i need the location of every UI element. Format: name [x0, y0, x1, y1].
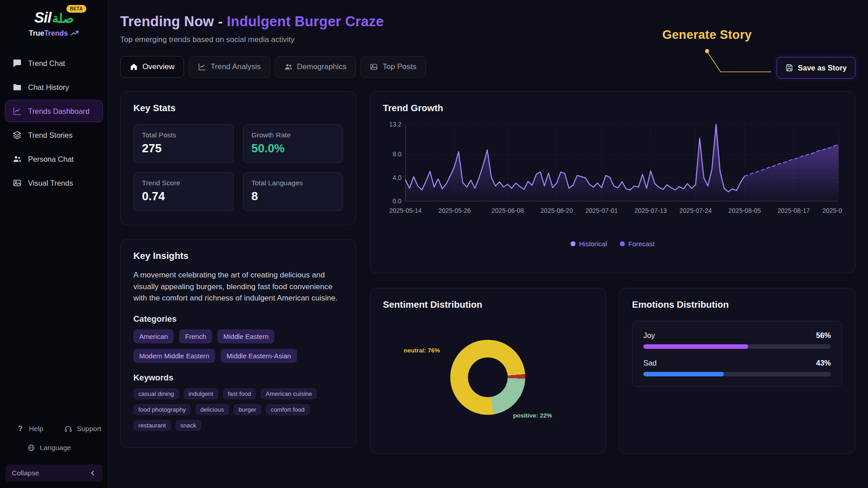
emotion-bar-fill [643, 372, 724, 376]
keyword-pill: delicious [195, 404, 229, 415]
page-title: Trending Now -Indulgent Burger Craze [120, 14, 855, 30]
trend-growth-title: Trend Growth [383, 103, 842, 113]
sidebar-item-visual-trends[interactable]: Visual Trends [5, 172, 103, 194]
folder-icon [13, 83, 22, 92]
sidebar-item-label: Trends Dashboard [28, 107, 90, 116]
emotions-title: Emotions Distribution [632, 299, 842, 310]
image-icon [13, 178, 22, 188]
brand-name: TrueTrends [7, 29, 101, 38]
legend-dot [620, 241, 625, 246]
emotion-bar-fill [643, 344, 748, 349]
stat-value: 275 [142, 141, 225, 155]
svg-text:2025-07-24: 2025-07-24 [679, 207, 712, 214]
sidebar-item-label: Persona Chat [28, 155, 74, 164]
emotion-value: 56% [816, 331, 831, 340]
help-button[interactable]: ? Help [16, 425, 43, 433]
page-title-prefix: Trending Now - [120, 14, 223, 29]
svg-text:2025-08-05: 2025-08-05 [728, 207, 761, 214]
emotions-distribution-card: Emotions Distribution Joy 56% [619, 288, 855, 454]
svg-text:2025-08-17: 2025-08-17 [778, 207, 810, 214]
logo-text: Sil [34, 9, 51, 26]
keyword-pill: American cuisine [260, 388, 317, 399]
tab-label: Top Posts [382, 62, 416, 71]
sidebar-item-label: Trend Chat [28, 59, 65, 68]
collapse-sidebar-button[interactable]: Collapse [5, 465, 103, 482]
svg-text:4.0: 4.0 [393, 174, 402, 181]
keyword-pill: casual dining [133, 388, 179, 399]
key-stats-title: Key Stats [133, 103, 343, 113]
svg-text:8.0: 8.0 [393, 150, 402, 158]
keyword-pill: burger [234, 404, 261, 415]
svg-text:2025-06-08: 2025-06-08 [491, 207, 524, 214]
sidebar-item-persona-chat[interactable]: Persona Chat [5, 148, 103, 170]
users-icon [284, 63, 292, 71]
logo: Silصلة BETA [28, 9, 80, 26]
sidebar-item-trend-stories[interactable]: Trend Stories [5, 124, 103, 146]
keyword-pill: food photography [133, 404, 191, 415]
sidebar-nav: Trend Chat Chat History Trends Dashboard… [0, 52, 108, 194]
stat-value: 8 [251, 189, 335, 203]
sidebar-item-label: Chat History [28, 83, 69, 92]
tab-demographics[interactable]: Demographics [275, 56, 356, 78]
home-icon [130, 63, 138, 71]
tab-label: Overview [142, 62, 175, 71]
emotion-row: Sad 43% [643, 359, 831, 376]
legend-label: Historical [579, 240, 607, 248]
sidebar-item-trends-dashboard[interactable]: Trends Dashboard [5, 100, 103, 122]
app-root: Silصلة BETA TrueTrends Trend Chat [0, 0, 868, 488]
stat-value: 0.74 [142, 189, 225, 203]
sidebar-item-chat-history[interactable]: Chat History [5, 76, 103, 98]
legend-item-historical[interactable]: Historical [571, 240, 607, 248]
key-insights-description: A movement celebrating the art of creati… [133, 269, 343, 304]
categories-list: American French Middle Eastern Modern Mi… [133, 329, 343, 363]
legend-label: Forecast [628, 240, 655, 248]
main-content: Trending Now -Indulgent Burger Craze Top… [108, 0, 868, 488]
emotion-bar-track [643, 344, 831, 349]
category-pill: French [179, 329, 212, 343]
category-pill: Modern Middle Eastern [133, 349, 215, 363]
beta-badge: BETA [66, 5, 86, 13]
brand-true: True [29, 29, 44, 37]
stat-box-growth-rate: Growth Rate 50.0% [243, 124, 343, 163]
sentiment-donut [450, 340, 525, 415]
sidebar-footer: ? Help Support Language [0, 425, 108, 488]
chevron-left-icon [89, 469, 96, 477]
svg-text:2025-08-28: 2025-08-28 [822, 207, 842, 214]
page-title-highlight: Indulgent Burger Craze [227, 14, 384, 29]
chart-legend: Historical Forecast [383, 240, 842, 248]
svg-text:2025-05-14: 2025-05-14 [389, 207, 422, 214]
keyword-pill: restaurant [133, 420, 171, 431]
donut-callout: neutral: 76% [404, 347, 440, 354]
sidebar-item-trend-chat[interactable]: Trend Chat [5, 52, 103, 74]
stat-label: Total Languages [251, 179, 335, 187]
category-pill: Middle Eastern [217, 329, 274, 343]
stat-label: Trend Score [142, 179, 225, 187]
legend-dot [571, 241, 576, 246]
category-pill: American [133, 329, 174, 343]
stat-box-trend-score: Trend Score 0.74 [133, 172, 234, 211]
donut-hole [468, 357, 508, 397]
keyword-pill: snack [175, 420, 201, 431]
donut-callout: positive: 22% [513, 412, 552, 419]
headset-icon [64, 425, 72, 433]
tab-top-posts[interactable]: Top Posts [360, 56, 426, 78]
tab-trend-analysis[interactable]: Trend Analysis [189, 56, 270, 78]
svg-text:2025-07-13: 2025-07-13 [634, 207, 667, 214]
support-button[interactable]: Support [64, 425, 101, 433]
save-as-story-label: Save as Story [798, 64, 847, 72]
emotion-bar-track [643, 372, 831, 376]
keywords-list: casual dining indulgent fast food Americ… [133, 388, 343, 431]
language-button[interactable]: Language [27, 444, 71, 452]
categories-heading: Categories [133, 314, 343, 324]
collapse-label: Collapse [12, 469, 39, 477]
chart-line-icon [198, 63, 206, 71]
stat-label: Growth Rate [251, 131, 335, 139]
chart-line-icon [13, 107, 22, 116]
logo-arabic-text: صلة [52, 11, 74, 25]
legend-item-forecast[interactable]: Forecast [620, 240, 655, 248]
svg-text:2025-06-20: 2025-06-20 [541, 207, 573, 214]
stat-box-total-languages: Total Languages 8 [243, 172, 343, 211]
save-as-story-button[interactable]: Save as Story [777, 57, 855, 79]
tab-overview[interactable]: Overview [120, 56, 184, 78]
emotion-value: 43% [816, 359, 831, 367]
